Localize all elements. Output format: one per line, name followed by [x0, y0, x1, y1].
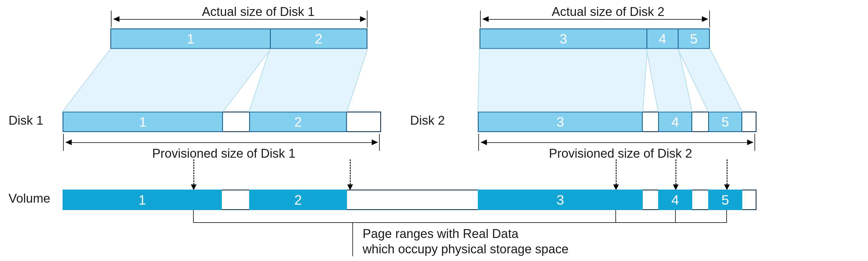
- actual-seg-1: 1: [110, 28, 271, 49]
- dim-tick: [111, 10, 112, 28]
- prov-seg-4: 4: [658, 112, 692, 132]
- arrow-right-icon: [702, 16, 708, 22]
- prov-seg-3: 3: [478, 112, 643, 132]
- svg-marker-1: [249, 49, 367, 112]
- map-arrow-1: [193, 160, 194, 184]
- dim-tick: [478, 134, 479, 151]
- arrow-down-icon: [347, 184, 353, 190]
- actual-seg-4: 4: [646, 28, 679, 49]
- dim-label-prov-disk1: Provisioned size of Disk 1: [152, 146, 296, 161]
- arrow-left-icon: [480, 140, 487, 145]
- seg-label: 4: [672, 192, 679, 208]
- map-arrow-5: [727, 160, 727, 184]
- seg-label: 3: [557, 192, 564, 208]
- dim-tick: [754, 134, 755, 151]
- prov-seg-1: 1: [63, 112, 223, 132]
- caption-line-1: Page ranges with Real Data: [363, 227, 519, 241]
- vol-seg-5: 5: [708, 190, 742, 210]
- seg-label: 1: [187, 31, 194, 47]
- actual-seg-5: 5: [678, 28, 710, 49]
- dim-tick: [480, 10, 480, 28]
- actual-seg-2: 2: [270, 28, 367, 49]
- dim-line-actual-disk1: [114, 19, 363, 20]
- seg-label: 4: [672, 114, 679, 130]
- vol-seg-3: 3: [478, 190, 643, 210]
- arrow-right-icon: [372, 140, 378, 145]
- arrow-down-icon: [724, 184, 730, 190]
- svg-marker-4: [678, 49, 742, 112]
- diagram-canvas: Actual size of Disk 1 1 2 Actual size of…: [0, 0, 868, 261]
- dim-label-actual-disk2: Actual size of Disk 2: [552, 5, 664, 19]
- seg-label: 5: [690, 31, 698, 47]
- arrow-down-icon: [673, 184, 679, 190]
- dim-tick: [63, 134, 64, 151]
- arrow-down-icon: [191, 184, 196, 190]
- map-arrow-3: [616, 160, 617, 184]
- seg-label: 2: [294, 114, 302, 130]
- row-label-disk1: Disk 1: [8, 113, 43, 127]
- actual-seg-3: 3: [479, 28, 647, 49]
- vol-seg-2: 2: [249, 190, 347, 210]
- svg-marker-0: [63, 49, 271, 112]
- arrow-left-icon: [65, 140, 72, 145]
- dim-tick: [367, 10, 367, 28]
- dim-line-prov-disk1: [66, 142, 377, 143]
- vol-seg-1: 1: [63, 190, 222, 210]
- dim-tick: [709, 10, 710, 28]
- dim-line-prov-disk2: [481, 142, 753, 143]
- dim-label-prov-disk2: Provisioned size of Disk 2: [549, 146, 692, 161]
- arrow-down-icon: [613, 184, 619, 190]
- arrow-left-icon: [482, 16, 489, 22]
- svg-marker-2: [478, 49, 647, 112]
- svg-marker-3: [646, 49, 692, 112]
- seg-label: 1: [138, 192, 146, 208]
- seg-label: 5: [721, 192, 729, 208]
- seg-label: 5: [721, 114, 729, 130]
- arrow-left-icon: [113, 16, 119, 22]
- arrow-right-icon: [747, 140, 753, 145]
- seg-label: 2: [294, 192, 302, 208]
- arrow-right-icon: [360, 16, 366, 22]
- seg-label: 2: [315, 31, 322, 47]
- caption-line-2: which occupy physical storage space: [363, 242, 568, 256]
- row-label-volume: Volume: [8, 191, 50, 205]
- seg-label: 4: [659, 31, 666, 47]
- seg-label: 3: [557, 114, 564, 130]
- seg-label: 1: [139, 114, 147, 130]
- prov-seg-2: 2: [249, 112, 347, 132]
- prov-seg-5: 5: [708, 112, 742, 132]
- vol-seg-4: 4: [658, 190, 692, 210]
- map-arrow-4: [676, 160, 676, 184]
- map-arrow-2: [350, 160, 351, 184]
- dim-line-actual-disk2: [483, 19, 708, 20]
- dim-label-actual-disk1: Actual size of Disk 1: [202, 5, 315, 19]
- dim-tick: [379, 134, 380, 151]
- row-label-disk2: Disk 2: [410, 113, 445, 127]
- seg-label: 3: [560, 31, 567, 47]
